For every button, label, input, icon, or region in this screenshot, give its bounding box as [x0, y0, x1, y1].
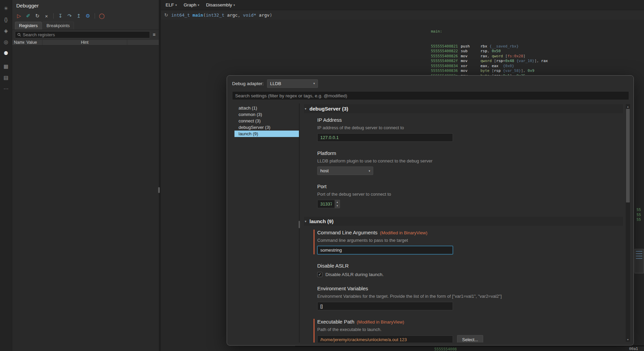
setting-port: Port Port of the debug server to connect… — [314, 183, 623, 208]
menu-graph[interactable]: Graph▾ — [180, 0, 203, 10]
disasm-mnemonic: mov — [461, 54, 480, 59]
setting-name: Disable ASLR — [317, 263, 623, 269]
types-icon[interactable]: {} — [1, 14, 11, 25]
disasm-line[interactable]: 555555400836movbyte [rsp {var_58}], 0x9 — [431, 69, 548, 74]
spin-up-icon[interactable]: ▲ — [335, 200, 340, 204]
step-into-button[interactable]: ↧ — [57, 13, 64, 19]
setting-name-text: Command Line Arguments — [317, 230, 378, 235]
checkbox-label: Disable ASLR during launch. — [325, 272, 384, 277]
category-item-debugServer[interactable]: debugServer (3) — [234, 124, 299, 131]
scroll-indicator-line — [635, 190, 635, 247]
select-file-button[interactable]: Select... — [457, 335, 483, 343]
setting-name: Port — [317, 183, 623, 189]
stack-view-icon[interactable]: ▤ — [1, 72, 11, 83]
disasm-address: 555555400826 — [431, 54, 461, 59]
setting-name: Environment Variables — [317, 286, 623, 291]
splitter-grip[interactable] — [299, 221, 300, 228]
ip-address-input[interactable] — [317, 133, 453, 142]
debugger-icon[interactable]: ⚉ — [1, 47, 11, 59]
chevron-down-icon: ▾ — [198, 3, 200, 7]
disasm-address: 555555400836 — [431, 69, 461, 74]
column-header-name[interactable]: Name — [12, 40, 25, 45]
column-header-hint[interactable]: Hint — [42, 40, 127, 45]
category-item-attach[interactable]: attach (1) — [234, 105, 299, 111]
spin-down-icon[interactable]: ▼ — [335, 204, 340, 208]
register-search[interactable] — [15, 31, 150, 38]
dialog-splitter[interactable] — [299, 103, 300, 343]
scroll-up-icon[interactable]: ▲ — [626, 104, 630, 109]
adapter-select[interactable]: LLDB ▾ — [267, 79, 318, 88]
disasm-line[interactable]: 555555400826movrax, qword [fs:0x28] — [431, 54, 548, 59]
column-header-value[interactable]: Value — [25, 40, 42, 45]
section-header-launch[interactable]: ▾ launch (9) — [304, 217, 623, 226]
clipped-graph-node — [634, 249, 644, 273]
scroll-down-icon[interactable]: ▼ — [626, 337, 630, 342]
kill-button[interactable]: × — [43, 13, 50, 19]
register-menu-button[interactable]: ≡ — [151, 32, 157, 38]
disasm-mnemonic: mov — [461, 69, 480, 74]
symbols-icon[interactable]: ✳ — [1, 3, 11, 14]
panel-title: Debugger — [12, 0, 159, 11]
register-table-body[interactable] — [12, 45, 159, 351]
setting-name: Platform — [317, 150, 623, 156]
setting-name: Executable Path(Modified in BinaryView) — [317, 319, 623, 325]
setting-description: Port of the debug server to connect to — [317, 192, 623, 197]
more-icon[interactable]: ⋯ — [1, 83, 11, 94]
environment-variables-input[interactable] — [317, 302, 453, 310]
record-button[interactable]: ◯ — [98, 13, 105, 19]
category-item-common[interactable]: common (3) — [234, 111, 299, 118]
disasm-address: 555555400822 — [431, 49, 461, 54]
settings-search-input[interactable] — [232, 91, 629, 100]
disasm-line[interactable]: 555555400834xoreax, eax {0x0} — [431, 64, 548, 69]
disasm-line[interactable]: 55555540082fmovqword [rsp+0x48 {var_10}]… — [431, 59, 548, 64]
modified-badge: (Modified in BinaryView) — [357, 319, 404, 325]
function-signature: int64_t main(int32_t argc, void* argv) — [171, 13, 272, 18]
settings-scrollbar[interactable]: ▲ ▼ — [626, 104, 630, 342]
disasm-operands: eax, eax {0x0} — [480, 64, 514, 69]
attach-button[interactable]: ✐ — [25, 13, 32, 19]
restart-button[interactable]: ↻ — [34, 13, 41, 19]
category-item-launch[interactable]: launch (9) — [234, 131, 299, 137]
tab-registers[interactable]: Registers — [15, 22, 42, 30]
disasm-line[interactable]: 555555400821pushrbx {__saved_rbx} — [431, 44, 548, 49]
register-search-input[interactable] — [23, 32, 148, 37]
step-over-button[interactable]: ↷ — [66, 13, 73, 19]
platform-select[interactable]: host ▾ — [317, 167, 373, 175]
scrollbar-thumb[interactable] — [626, 109, 630, 202]
disasm-line[interactable]: 555555400822subrsp, 0x50 — [431, 49, 548, 54]
find-icon[interactable]: ◎ — [1, 36, 11, 47]
category-item-connect[interactable]: connect (3) — [234, 118, 299, 124]
dialog-body: attach (1)common (3)connect (3)debugServ… — [227, 103, 633, 343]
command-line-arguments-input[interactable] — [317, 246, 453, 254]
adapter-label: Debug adapter: — [232, 81, 264, 86]
setting-name: IP Address — [317, 117, 623, 123]
setting-executable-path: Executable Path(Modified in BinaryView) … — [314, 319, 623, 343]
activity-bar: ✳{}◈◎⚉▦▤⋯ — [0, 0, 12, 351]
setting-description: Path of the executable to launch. — [317, 327, 623, 332]
setting-ip-address: IP Address IP address of the debug serve… — [314, 117, 623, 142]
disasm-mnemonic: sub — [461, 49, 480, 54]
clipped-address-fragment: 5555554008 — [434, 347, 457, 351]
section-header-debugserver[interactable]: ▾ debugServer (3) — [304, 104, 623, 113]
refresh-icon[interactable]: ↻ — [164, 12, 168, 18]
run-button[interactable]: ▷ — [16, 13, 22, 19]
screen: ✳{}◈◎⚉▦▤⋯ Debugger ▷✐↻×↧↷↥⚙◯ RegistersBr… — [0, 0, 644, 351]
debugger-panel: Debugger ▷✐↻×↧↷↥⚙◯ RegistersBreakpoints … — [12, 0, 159, 351]
menu-elf[interactable]: ELF▾ — [162, 0, 180, 10]
port-spinner[interactable]: ▲ ▼ — [335, 200, 340, 208]
tab-breakpoints[interactable]: Breakpoints — [42, 22, 74, 30]
disable-aslr-checkbox[interactable]: ✓ — [317, 272, 322, 277]
panel-resize-handle[interactable] — [158, 187, 160, 193]
port-input[interactable] — [317, 200, 335, 208]
view-menubar: ELF▾Graph▾Disassembly▾ — [161, 0, 644, 10]
memory-map-icon[interactable]: ▦ — [1, 61, 11, 72]
column-header-filler — [127, 40, 159, 45]
step-out-button[interactable]: ↥ — [75, 13, 82, 19]
disasm-operands: qword [rsp+0x48 {var_10}], rax — [480, 59, 548, 64]
menu-disassembly[interactable]: Disassembly▾ — [203, 0, 238, 10]
tags-icon[interactable]: ◈ — [1, 25, 11, 36]
executable-path-input[interactable] — [317, 335, 453, 343]
section-title-debugserver: debugServer (3) — [309, 106, 348, 112]
debugger-settings-button[interactable]: ⚙ — [84, 13, 91, 19]
disasm-mnemonic: xor — [461, 64, 480, 69]
